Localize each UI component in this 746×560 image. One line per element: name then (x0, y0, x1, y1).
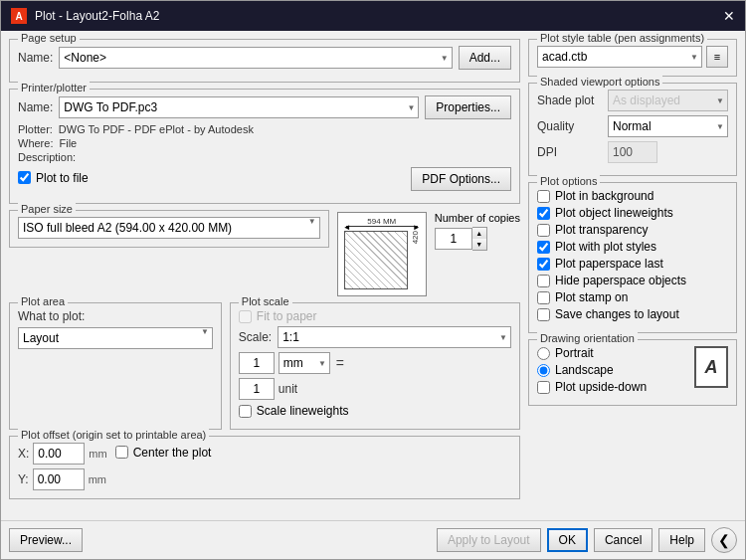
hide-paperspace-objects-row: Hide paperspace objects (537, 274, 728, 287)
cancel-button[interactable]: Cancel (594, 528, 653, 552)
x-mm-label: mm (89, 448, 106, 460)
preview-button[interactable]: Preview... (9, 528, 83, 552)
plot-with-plot-styles-row: Plot with plot styles (537, 240, 728, 254)
pdf-options-button[interactable]: PDF Options... (411, 167, 511, 191)
properties-button[interactable]: Properties... (425, 95, 511, 119)
plot-transparency-label: Plot transparency (555, 223, 648, 237)
printer-name-label: Name: (18, 100, 53, 114)
printer-label: Printer/plotter (18, 82, 90, 93)
where-row: Where: File (18, 137, 511, 149)
plot-upside-down-row: Plot upside-down (537, 380, 647, 394)
ok-button[interactable]: OK (547, 528, 588, 552)
plot-area-scale-row: Plot area What to plot: Layout Plot scal… (9, 302, 520, 430)
description-row: Description: (18, 151, 511, 163)
plot-style-edit-button[interactable]: ≡ (706, 46, 728, 68)
center-plot-checkbox[interactable] (115, 446, 128, 459)
plot-transparency-checkbox[interactable] (537, 224, 550, 237)
save-changes-checkbox[interactable] (537, 308, 550, 321)
scale-val1-input[interactable] (239, 352, 275, 374)
right-panel: Plot style table (pen assignments) acad.… (528, 39, 737, 512)
close-button[interactable]: ✕ (723, 8, 735, 24)
page-setup-select[interactable]: <None> (59, 47, 452, 69)
plot-to-file-checkbox[interactable] (18, 171, 31, 184)
plot-in-background-row: Plot in background (537, 189, 728, 203)
plot-paperspace-last-checkbox[interactable] (537, 258, 550, 271)
copies-input[interactable] (435, 228, 472, 250)
paper-size-select[interactable]: ISO full bleed A2 (594.00 x 420.00 MM) (18, 217, 320, 239)
plot-to-file-label: Plot to file (36, 171, 89, 185)
shaded-viewport-group: Shaded viewport options Shade plot As di… (528, 83, 737, 176)
plot-with-plot-styles-label: Plot with plot styles (555, 240, 656, 254)
plot-style-table-label: Plot style table (pen assignments) (537, 32, 707, 44)
plot-object-lineweights-checkbox[interactable] (537, 207, 550, 220)
scale-select[interactable]: 1:1 (278, 326, 511, 348)
plot-in-background-checkbox[interactable] (537, 190, 550, 203)
orientation-icon: A (694, 346, 728, 388)
plot-object-lineweights-row: Plot object lineweights (537, 206, 728, 220)
quality-select[interactable]: Normal (608, 115, 728, 137)
scale-row: Scale: 1:1 (239, 326, 511, 348)
layout-select[interactable]: Layout (18, 327, 213, 349)
center-plot-row: Center the plot (115, 446, 212, 460)
y-input[interactable] (33, 468, 85, 490)
x-label: X: (18, 447, 29, 461)
where-value: File (59, 137, 77, 149)
scale-lineweights-row: Scale lineweights (239, 404, 511, 418)
dpi-input (608, 141, 657, 163)
printer-select-wrapper: DWG To PDF.pc3 (59, 96, 419, 118)
name-label: Name: (18, 51, 53, 65)
paper-size-label: Paper size (18, 203, 76, 215)
copies-group: Number of copies ▲ ▼ (435, 212, 520, 251)
dim2-label: 420 (411, 231, 420, 244)
mm-select-wrapper: mm (279, 352, 330, 374)
pdf-options-row: Plot to file PDF Options... (18, 167, 511, 191)
dpi-row: DPI (537, 141, 728, 163)
scale-select-wrapper: 1:1 (278, 326, 511, 348)
hide-paperspace-objects-checkbox[interactable] (537, 275, 550, 287)
plot-stamp-on-checkbox[interactable] (537, 291, 550, 304)
scale-val2-input[interactable] (239, 378, 275, 400)
back-nav-button[interactable]: ❮ (711, 527, 737, 553)
mm-select[interactable]: mm (279, 352, 330, 374)
printer-select[interactable]: DWG To PDF.pc3 (59, 96, 419, 118)
dim1-label: 594 MM (367, 217, 396, 226)
plot-with-plot-styles-checkbox[interactable] (537, 241, 550, 254)
shade-plot-label: Shade plot (537, 93, 602, 107)
plot-style-select[interactable]: acad.ctb (537, 46, 702, 68)
x-row: X: mm (18, 443, 107, 465)
portrait-radio[interactable] (537, 347, 550, 360)
app-icon: A (11, 8, 27, 24)
page-setup-name-row: Name: <None> Add... (18, 46, 511, 70)
shaded-viewport-label: Shaded viewport options (537, 76, 662, 88)
plot-scale-label: Plot scale (239, 295, 292, 307)
page-setup-select-wrapper: <None> (59, 47, 452, 69)
quality-select-wrapper: Normal (608, 115, 728, 137)
left-panel: Page setup Name: <None> Add... Printer/p… (9, 39, 520, 512)
where-label: Where: (18, 137, 53, 149)
paper-size-group-wrapper: Paper size ISO full bleed A2 (594.00 x 4… (9, 210, 329, 248)
plot-dialog: A Plot - Layout2-Folha A2 ✕ Page setup N… (0, 0, 746, 560)
add-button[interactable]: Add... (459, 46, 511, 70)
plot-offset-group: Plot offset (origin set to printable are… (9, 436, 520, 499)
preview-paper (344, 231, 408, 289)
orientation-content: Portrait Landscape Plot upside-down A (537, 346, 728, 397)
x-input[interactable] (33, 443, 85, 465)
plotter-value: DWG To PDF - PDF ePlot - by Autodesk (59, 123, 254, 135)
preview-area-container: 594 MM ◄ ► 420 (337, 212, 427, 296)
unit-label: unit (279, 382, 297, 396)
copies-up-button[interactable]: ▲ (472, 228, 486, 239)
quality-row: Quality Normal (537, 115, 728, 137)
landscape-radio[interactable] (537, 364, 550, 377)
drawing-orientation-group: Drawing orientation Portrait Landscape (528, 339, 737, 406)
scale-lineweights-checkbox[interactable] (239, 405, 252, 418)
fit-to-paper-label: Fit to paper (257, 309, 317, 323)
plot-stamp-on-label: Plot stamp on (555, 290, 628, 304)
help-button[interactable]: Help (658, 528, 705, 552)
apply-to-layout-button[interactable]: Apply to Layout (437, 528, 541, 552)
plot-upside-down-checkbox[interactable] (537, 381, 550, 394)
bottom-bar: Preview... Apply to Layout OK Cancel Hel… (1, 520, 745, 559)
plot-area-label: Plot area (18, 295, 68, 307)
copies-down-button[interactable]: ▼ (472, 239, 486, 250)
copies-label: Number of copies (435, 212, 520, 224)
layout-select-wrapper: Layout (18, 327, 213, 349)
